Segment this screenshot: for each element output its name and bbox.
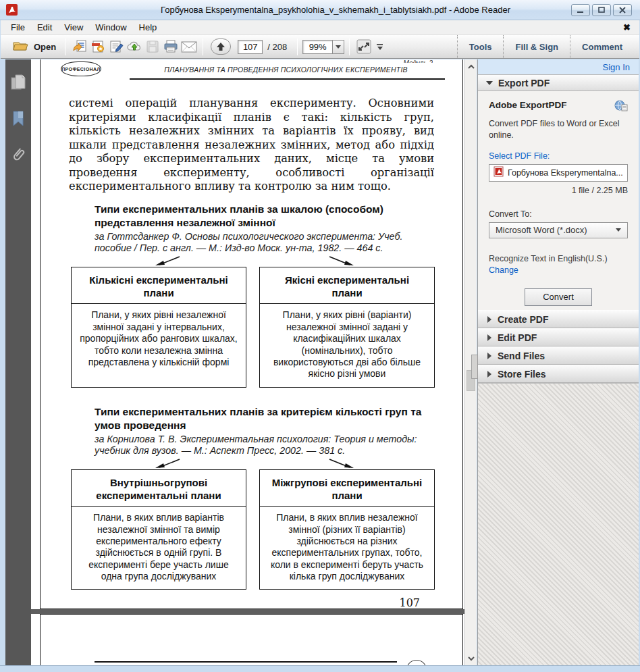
plan-box-body: Плани, в яких вплив незалежної змінної (… [260,507,434,589]
sign-in-link[interactable]: Sign In [603,62,630,72]
window-title: Горбунова Eksperymentalna_psykholohia_v_… [161,5,510,15]
plan-box-body: Плани, в яких вплив варіантів незалежної… [72,507,246,589]
zoom-dropdown-button[interactable] [332,40,344,54]
section-citation: за Готтсданкер Ф. Основы психологическог… [95,231,434,255]
restore-button[interactable] [592,4,611,16]
save-icon[interactable] [143,38,161,56]
attachments-panel-icon[interactable] [5,142,31,169]
create-pdf-panel-header[interactable]: Create PDF [478,310,639,328]
arrows-row [69,255,434,267]
pages-panel-icon[interactable] [5,69,31,96]
next-page-logo [407,660,426,665]
adobe-reader-window: { "window": { "title": "Горбунова Eksper… [0,0,640,672]
convert-format-dropdown[interactable]: Microsoft Word (*.docx) [489,222,628,238]
arrows-row [69,457,434,469]
convert-format-value: Microsoft Word (*.docx) [496,225,587,235]
comment-button[interactable]: Comment [570,42,634,52]
plan-box-title: Внутрішньогрупові експериментальні плани [72,470,246,507]
selected-file-name: Горбунова Eksperymentalna... [508,168,623,178]
plan-box-title: Кількісні експериментальні плани [72,267,246,304]
toolbar-overflow-icon[interactable] [377,44,383,50]
toolbar-separator [297,38,298,55]
convert-to-label: Convert To: [489,209,628,219]
pane-collapse-handle[interactable] [471,355,477,379]
chevron-down-icon [616,228,621,232]
page-total-label: / 208 [267,42,287,52]
share-document-icon[interactable] [70,38,88,56]
arrow-down-left-icon [151,255,182,267]
select-pdf-file-label: Select PDF File: [489,151,628,161]
change-link[interactable]: Change [489,265,518,275]
zoom-level-input[interactable]: 99% [302,40,332,54]
arrow-down-right-icon [327,255,358,267]
pdf-file-icon [494,166,504,180]
store-files-panel-header[interactable]: Store Files [478,365,639,383]
menu-view[interactable]: View [58,21,89,34]
edit-pdf-panel-title: Edit PDF [498,332,537,343]
close-button[interactable] [613,4,632,16]
bookmarks-panel-icon[interactable] [5,105,31,132]
pdf-page-107: ПРОФЕСІОНАЛ Модуль 2 ПЛАНУВАННЯ ТА ПРОВЕ… [40,59,463,609]
store-files-panel-title: Store Files [498,369,546,380]
page-gap [31,609,464,614]
page-up-button[interactable] [211,38,231,55]
toolbar-separator [349,38,350,55]
email-icon[interactable] [180,38,198,56]
print-icon[interactable] [161,38,180,56]
menu-bar: File Edit View Window Help ✖ [1,20,639,35]
chevron-right-icon [487,316,491,323]
open-button-label: Open [34,42,56,52]
body-paragraph: системі операцій планування експерименту… [69,97,434,194]
plan-box-qualitative: Якісні експериментальні плани Плани, у я… [259,267,435,388]
pdf-page-108-preview [40,614,463,665]
header-rule [130,78,445,80]
chevron-right-icon [487,371,491,378]
scroll-down-icon[interactable] [465,653,477,664]
section-scale-types: Типи експериментальних планів за шкалою … [41,203,462,388]
minimize-button[interactable] [571,4,590,16]
globe-document-icon [614,100,628,114]
empty-panel-area [478,383,639,665]
plan-box-title: Якісні експериментальні плани [260,267,434,304]
scroll-up-icon[interactable] [465,61,477,72]
menu-help[interactable]: Help [133,21,163,34]
chevron-right-icon [487,353,491,359]
recognize-text-label: Recognize Text in English(U.S.) [489,254,628,263]
cloud-upload-icon[interactable] [125,38,143,56]
chevron-down-icon [336,45,341,49]
convert-button[interactable]: Convert [525,288,592,306]
page-number-input[interactable]: 107 [238,40,263,54]
menu-close-icon[interactable]: ✖ [623,22,631,32]
fit-window-icon[interactable] [354,38,373,56]
plan-box-quantitative: Кількісні експериментальні плани Плани, … [71,267,246,388]
sign-document-icon[interactable] [107,38,125,56]
open-folder-icon [13,40,29,54]
section-title: Типи експериментальних планів за критері… [95,405,434,433]
file-size-label: 1 file / 2.25 MB [489,186,628,195]
export-pdf-panel-content: Adobe ExportPDF Convert PDF files to Wor… [478,91,639,310]
edit-pdf-panel-header[interactable]: Edit PDF [478,328,639,346]
section-group-types: Типи експериментальних планів за критері… [41,405,462,590]
open-button[interactable]: Open [9,40,60,54]
send-files-panel-header[interactable]: Send Files [478,346,639,365]
plan-box-body: Плани, у яких рівні (варіанти) незалежно… [260,304,434,386]
navigation-pane [5,59,31,665]
toolbar-separator [65,38,65,55]
tools-sidebar: Sign In Export PDF Adobe ExportPDF Conve… [477,59,639,665]
menu-window[interactable]: Window [89,21,132,34]
create-pdf-icon[interactable] [88,38,107,56]
menu-edit[interactable]: Edit [31,21,58,34]
arrow-down-right-icon [327,458,358,470]
fill-sign-button[interactable]: Fill & Sign [504,42,570,52]
export-pdf-panel-header[interactable]: Export PDF [478,74,639,91]
toolbar: Open 107 / 208 99% Tools Fill & Sig [1,35,639,59]
selected-file-box[interactable]: Горбунова Eksperymentalna... [489,164,628,182]
menu-file[interactable]: File [5,21,31,34]
tools-button[interactable]: Tools [458,42,504,52]
section-citation: за Корнилова Т. В. Экспериментальная пси… [95,434,434,457]
service-description: Convert PDF files to Word or Excel onlin… [489,118,624,141]
sign-in-bar: Sign In [478,59,639,74]
module-caption: Модуль 2 [404,59,433,63]
window-bottom-border [0,665,640,672]
running-title: ПЛАНУВАННЯ ТА ПРОВЕДЕННЯ ПСИХОЛОГІЧНИХ Е… [130,66,442,74]
